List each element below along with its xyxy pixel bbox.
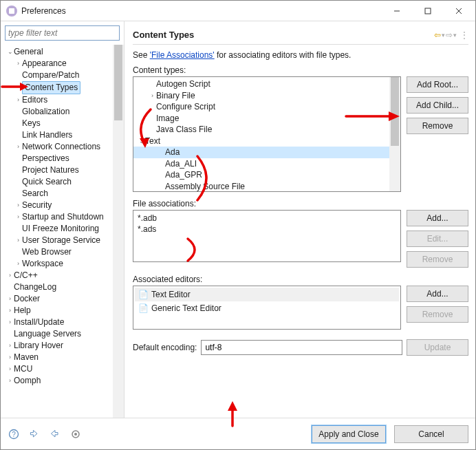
expand-icon[interactable]: › bbox=[6, 375, 14, 387]
tree-item[interactable]: Globalization bbox=[22, 106, 69, 118]
expand-icon[interactable]: › bbox=[6, 305, 14, 317]
list-item-text[interactable]: Text bbox=[145, 136, 160, 146]
tree-item[interactable]: Editors bbox=[22, 94, 47, 106]
close-button[interactable] bbox=[443, 1, 474, 21]
tree-item[interactable]: Library Hover bbox=[14, 340, 63, 352]
tree-item-content-types[interactable]: Content Types bbox=[22, 81, 80, 94]
tree-item[interactable]: Language Servers bbox=[14, 328, 81, 340]
add-root-button[interactable]: Add Root... bbox=[407, 76, 468, 93]
expand-icon[interactable]: › bbox=[14, 141, 22, 153]
footer: ? Apply and Close Cancel bbox=[1, 418, 475, 449]
list-item[interactable]: 📄 Text Editor bbox=[135, 288, 399, 301]
tree-item[interactable]: User Storage Service bbox=[22, 235, 100, 246]
editor-icon: 📄 bbox=[138, 303, 149, 313]
minimize-button[interactable] bbox=[381, 1, 412, 21]
add-button[interactable]: Add... bbox=[407, 210, 468, 226]
remove-button[interactable]: Remove bbox=[407, 306, 468, 323]
expand-icon[interactable]: › bbox=[6, 317, 14, 328]
sidebar: type filter text ⌄General ›Appearance Co… bbox=[1, 21, 125, 418]
oomph-icon[interactable] bbox=[69, 428, 82, 440]
list-item[interactable]: Ada_GPR bbox=[165, 170, 202, 180]
svg-point-8 bbox=[74, 433, 77, 436]
tree-item[interactable]: Workspace bbox=[22, 258, 63, 270]
filter-input[interactable]: type filter text bbox=[5, 25, 120, 41]
list-item[interactable]: 📄 Generic Text Editor bbox=[135, 301, 399, 315]
list-item[interactable]: Binary File bbox=[156, 91, 195, 100]
expand-icon[interactable]: › bbox=[14, 211, 22, 223]
list-item[interactable]: Assembly Source File bbox=[165, 182, 245, 191]
expand-icon[interactable]: › bbox=[14, 258, 22, 270]
list-item[interactable]: *.adb bbox=[138, 213, 396, 224]
list-item[interactable]: Configure Script bbox=[156, 102, 215, 111]
content-types-label: Content types: bbox=[133, 65, 468, 75]
file-associations-link[interactable]: 'File Associations' bbox=[150, 50, 215, 60]
tree-item[interactable]: UI Freeze Monitoring bbox=[22, 223, 99, 235]
help-icon[interactable]: ? bbox=[8, 428, 20, 440]
scrollbar[interactable] bbox=[389, 77, 400, 191]
list-item[interactable]: Image bbox=[156, 114, 179, 123]
forward-icon[interactable]: ⇨ bbox=[446, 30, 453, 40]
expand-icon[interactable]: › bbox=[6, 352, 14, 363]
add-button[interactable]: Add... bbox=[407, 286, 468, 302]
svg-rect-0 bbox=[9, 8, 14, 14]
tree-item-general[interactable]: General bbox=[14, 46, 43, 58]
tree-item[interactable]: MCU bbox=[14, 363, 32, 375]
tree-item[interactable]: Web Browser bbox=[22, 246, 72, 258]
tree-item[interactable]: Oomph bbox=[14, 375, 41, 387]
scrollbar[interactable] bbox=[113, 45, 124, 418]
expand-icon[interactable]: › bbox=[6, 363, 14, 375]
cancel-button[interactable]: Cancel bbox=[394, 425, 468, 443]
tree-item[interactable]: Link Handlers bbox=[22, 129, 72, 141]
tree-item[interactable]: Keys bbox=[22, 118, 41, 129]
expand-icon[interactable]: › bbox=[14, 58, 22, 69]
back-icon[interactable]: ⇦ bbox=[434, 30, 441, 40]
tree-item[interactable]: Help bbox=[14, 305, 31, 317]
tree-item[interactable]: Quick Search bbox=[22, 176, 72, 188]
remove-button[interactable]: Remove bbox=[407, 251, 468, 268]
list-item[interactable]: *.ads bbox=[138, 224, 396, 235]
import-icon[interactable] bbox=[28, 428, 41, 440]
remove-button[interactable]: Remove bbox=[407, 118, 468, 134]
tree-item[interactable]: Install/Update bbox=[14, 317, 64, 328]
expand-icon[interactable]: › bbox=[14, 94, 22, 106]
expand-icon[interactable]: ⌄ bbox=[6, 46, 14, 58]
update-button[interactable]: Update bbox=[407, 339, 468, 356]
assoc-editors-label: Associated editors: bbox=[133, 275, 468, 284]
expand-icon[interactable]: › bbox=[6, 293, 14, 305]
content-types-list[interactable]: Autogen Script ›Binary File Configure Sc… bbox=[133, 76, 401, 192]
page-title: Content Types bbox=[133, 30, 434, 40]
list-item[interactable]: Java Class File bbox=[156, 125, 212, 134]
apply-close-button[interactable]: Apply and Close bbox=[312, 425, 386, 443]
tree-item[interactable]: Search bbox=[22, 188, 48, 200]
assoc-editors-list[interactable]: 📄 Text Editor 📄 Generic Text Editor bbox=[133, 286, 401, 330]
preferences-tree[interactable]: ⌄General ›Appearance Compare/Patch Conte… bbox=[1, 46, 124, 387]
expand-icon[interactable]: › bbox=[6, 340, 14, 352]
tree-item[interactable]: Project Natures bbox=[22, 164, 79, 176]
expand-icon[interactable]: › bbox=[14, 200, 22, 211]
expand-icon[interactable]: › bbox=[6, 270, 14, 281]
list-item-ada[interactable]: Ada bbox=[165, 147, 180, 157]
tree-item[interactable]: Network Connections bbox=[22, 141, 100, 153]
tree-item[interactable]: Security bbox=[22, 200, 52, 211]
tree-item[interactable]: C/C++ bbox=[14, 270, 38, 281]
nav-icons: ⇦▾ ⇨▾ ⋮ bbox=[434, 30, 468, 40]
maximize-button[interactable] bbox=[412, 1, 443, 21]
list-item[interactable]: Ada_ALI bbox=[165, 159, 197, 169]
tree-item[interactable]: Compare/Patch bbox=[22, 69, 79, 81]
description: See 'File Associations' for associating … bbox=[133, 50, 468, 60]
encoding-input[interactable] bbox=[201, 340, 402, 355]
tree-item[interactable]: Appearance bbox=[22, 58, 67, 69]
tree-item[interactable]: Startup and Shutdown bbox=[22, 211, 104, 223]
tree-item[interactable]: ChangeLog bbox=[14, 281, 56, 293]
add-child-button[interactable]: Add Child... bbox=[407, 97, 468, 114]
tree-item[interactable]: Docker bbox=[14, 293, 40, 305]
list-item[interactable]: Autogen Script bbox=[156, 79, 210, 89]
edit-button[interactable]: Edit... bbox=[407, 231, 468, 247]
file-assoc-list[interactable]: *.adb *.ads bbox=[133, 210, 401, 262]
menu-icon[interactable]: ⋮ bbox=[460, 30, 468, 40]
tree-item[interactable]: Perspectives bbox=[22, 153, 69, 164]
encoding-label: Default encoding: bbox=[133, 343, 197, 352]
expand-icon[interactable]: › bbox=[14, 235, 22, 246]
export-icon[interactable] bbox=[49, 428, 61, 440]
tree-item[interactable]: Maven bbox=[14, 352, 39, 363]
